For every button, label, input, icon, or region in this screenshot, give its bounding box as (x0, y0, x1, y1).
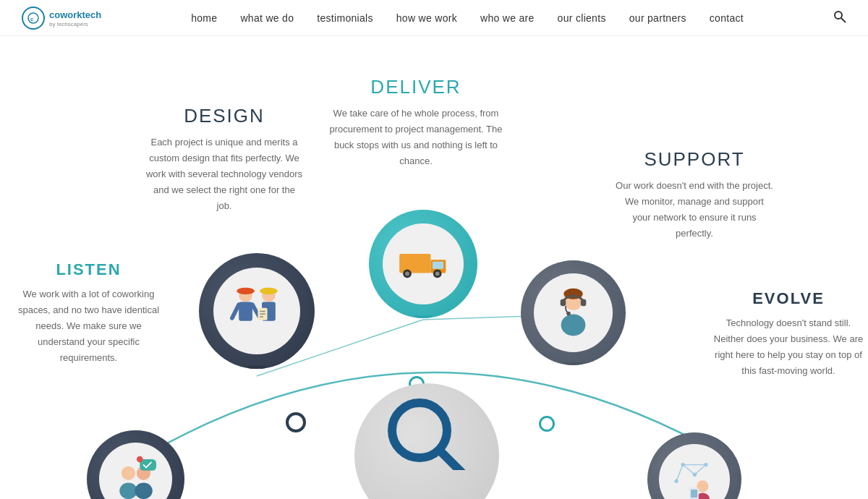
navigation: c coworktech by techscapers home what we… (0, 0, 868, 36)
logo-text-block: coworktech by techscapers (49, 8, 101, 27)
nav-contact[interactable]: contact (710, 12, 744, 24)
listen-bubble (87, 430, 184, 499)
arc-dot-left (286, 412, 306, 432)
design-bubble (199, 253, 315, 369)
deliver-inner-circle (383, 223, 464, 305)
support-bubble (521, 260, 626, 365)
svg-line-46 (676, 465, 683, 482)
listen-body: We work with a lot of coworking spaces, … (14, 286, 163, 366)
evolve-inner-circle (659, 444, 730, 499)
evolve-bubble (647, 432, 741, 499)
svg-point-40 (136, 456, 142, 462)
nav-who-we-are[interactable]: who we are (480, 12, 535, 24)
nav-our-partners[interactable]: our partners (629, 12, 686, 24)
logo-icon: c (22, 7, 45, 30)
svg-point-32 (566, 312, 571, 316)
logo-sub: by techscapers (49, 21, 101, 27)
svg-point-29 (561, 314, 586, 336)
svg-line-3 (841, 18, 846, 22)
svg-rect-30 (561, 299, 566, 306)
support-title: SUPPORT (615, 148, 774, 171)
listen-section: LISTEN We work with a lot of coworking s… (14, 260, 163, 366)
evolve-section: EVOLVE Technology doesn't stand still. N… (712, 289, 864, 379)
truck-icon (396, 244, 451, 284)
support-person-icon (546, 286, 600, 340)
svg-rect-21 (260, 289, 277, 292)
main-content: DELIVER We take care of he whole process… (0, 36, 868, 499)
evolve-tech-icon (670, 455, 719, 499)
design-workers-icon (226, 284, 288, 338)
magnifier-icon (383, 398, 470, 470)
deliver-bubble (369, 210, 477, 318)
svg-point-12 (435, 271, 439, 276)
svg-point-10 (405, 271, 409, 276)
nav-links: home what we do testimonials how we work… (191, 12, 744, 24)
svg-line-17 (231, 304, 238, 318)
nav-what-we-do[interactable]: what we do (240, 12, 294, 24)
nav-how-we-work[interactable]: how we work (396, 12, 457, 24)
listen-people-icon (111, 454, 161, 500)
svg-rect-52 (691, 490, 697, 498)
deliver-section: DELIVER We take care of he whole process… (326, 76, 506, 169)
nav-home[interactable]: home (191, 12, 217, 24)
svg-line-47 (683, 465, 694, 475)
svg-line-54 (441, 451, 467, 470)
svg-point-2 (835, 12, 842, 19)
arc-dot-right (539, 416, 555, 432)
support-section: SUPPORT Our work doesn't end with the pr… (615, 148, 774, 242)
center-bubble (354, 383, 499, 499)
svg-rect-8 (433, 261, 443, 268)
svg-point-34 (119, 482, 137, 499)
evolve-title: EVOLVE (712, 289, 864, 308)
nav-our-clients[interactable]: our clients (558, 12, 606, 24)
listen-inner-circle (99, 443, 172, 499)
logo-name: coworktech (49, 9, 101, 20)
logo[interactable]: c coworktech by techscapers (22, 7, 101, 30)
svg-rect-31 (581, 299, 587, 306)
design-inner-circle (213, 268, 300, 354)
deliver-body: We take care of he whole process, from p… (326, 106, 506, 169)
svg-text:c: c (30, 16, 34, 22)
svg-rect-15 (237, 289, 254, 292)
search-icon[interactable] (833, 10, 846, 26)
support-body: Our work doesn't end with the project. W… (615, 178, 774, 242)
svg-line-48 (694, 465, 705, 475)
evolve-body: Technology doesn't stand still. Neither … (712, 315, 864, 379)
support-inner-circle (534, 273, 613, 352)
svg-point-36 (135, 482, 153, 499)
deliver-title: DELIVER (326, 76, 506, 98)
design-body: Each project is unique and merits a cust… (145, 135, 304, 214)
svg-rect-6 (399, 253, 430, 273)
nav-testimonials[interactable]: testimonials (317, 12, 373, 24)
svg-point-43 (674, 479, 678, 483)
design-title: DESIGN (145, 105, 304, 127)
svg-point-33 (121, 466, 135, 479)
listen-title: LISTEN (14, 260, 163, 279)
svg-rect-16 (239, 302, 252, 320)
design-section: DESIGN Each project is unique and merits… (145, 105, 304, 214)
